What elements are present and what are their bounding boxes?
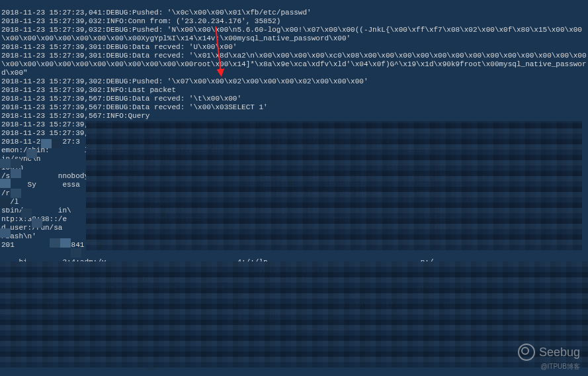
log-line: rpc:x:65 umon NF /r rp [1,293,434,301]
log-line: ntp:x:38:38::/e :994:Datadog dsol /.1002… [1,215,456,223]
log-line: d user:/run/sa :/bin [1,224,451,232]
log-line: own:/sbin own\n :/sbi in/halt\n x:8:1 [1,267,412,275]
log-line: emon:/sbin: login\nad ./var/adm:/sb 5:0:… [1,146,451,154]
log-line: sbin/ in\ r /nologin\nsupe datadog-agent… [1,207,442,214]
log-line: n' [1,336,10,344]
log-line: login sbin/ .1000:Cloud Us n/ /b tp [1,310,438,318]
log-line: ./hom :1002::/home [1,327,434,335]
log-line: /sb nnobody 99:No ystem 192: temd Ne ent… [1,172,486,180]
log-line: 2018-11-23 15:27:39,567:INFO:Query [1,112,149,120]
log-line: 2018-11-23 15:27:39,301:DEBUG:Data recve… [1,43,237,51]
log-line: ar/l lege- :8 s:/ [1,198,468,206]
log-line: /r rvic lchin./nhfandmut\nnfsnobod :6553… [1,189,460,197]
log-line [1,250,412,258]
log-line: 2018-11-23 15:27:39,302:DEBUG:Pushed: '\… [1,77,368,85]
log-line: 2018-11-23 15:27:39,302:INFO:Last packet [1,86,176,94]
log-line: fs. gin\n :Privil ty/sshd login\npostfi … [1,301,451,309]
log-line: log-agent:/ : \nsas [1,318,429,326]
watermark-text: Seebug [539,348,580,357]
log-line: 2018-11-23 15:27:3 5:root :0:root:/ /bin… [1,138,468,146]
log-line: 2018-11-23 15:27:39,567:DEBUG:Data recve… [1,95,241,103]
seebug-logo-icon [518,344,535,361]
log-line: 2018-11-23 15:27:39,301:DEBUG:Data recve… [1,52,587,77]
log-line: in/sync\n sbin:/sbin/ [1,155,446,163]
log-line: 2018-11-23 15:27:39, [1,129,89,137]
log-line: 2018-11-23 15:27:39,032:INFO:Conn from: … [1,17,280,25]
terminal-output: 2018-11-23 15:27:23,041:DEBUG:Pushed: '\… [0,0,588,376]
watermark: Seebug @ITPUB博客 [518,344,580,371]
log-line: :/root: login\nga :12:1 r:/games:/sb s:x [1,275,434,283]
log-line: 2018-11-23 15:27:23,041:DEBUG:Pushed: '\… [1,9,312,17]
log-line: login r:/root:/ :x:14:5 p: [1,164,446,171]
log-line: 2018-11-23 15:27:39,032:DEBUG:Pushed: 'N… [1,26,582,42]
log-line: : /nologin\ nd-ne .19?.sv gin\ 81 [1,284,464,292]
watermark-sub: @ITPUB博客 [540,362,580,371]
log-line: 2018-11-23 15:27:39,567:DEBUG:Data recve… [1,103,268,111]
log-line: :8 Sy essa for polkitd:/ in/nologi 2:32:… [1,181,464,189]
